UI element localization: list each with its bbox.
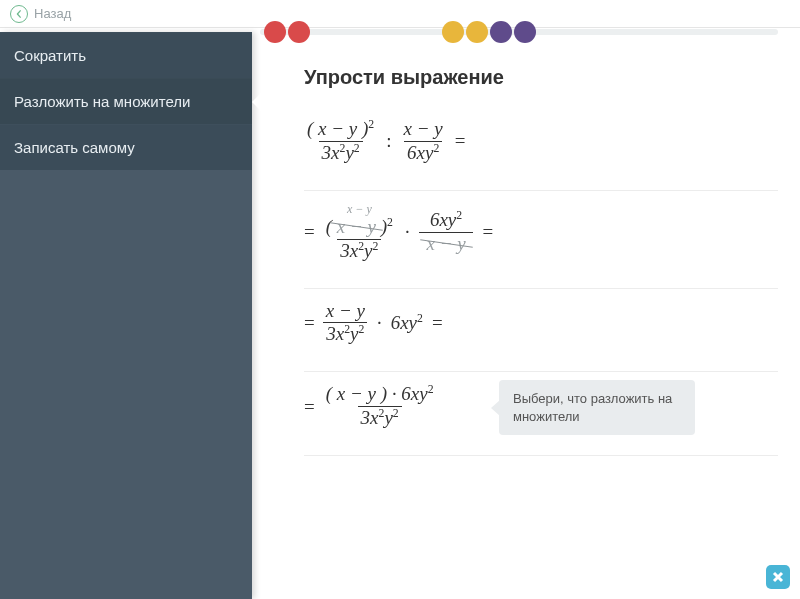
math-step[interactable]: = x − y ( x − y )2 3x2y2 · 6xy2 x − y = (304, 191, 778, 289)
selected-caret-icon (252, 92, 262, 112)
content-area: Упрости выражение ( x − y )2 3x2y2 : x −… (252, 28, 800, 599)
page-title: Упрости выражение (304, 66, 778, 89)
math-step[interactable]: = ( x − y ) · 6xy2 3x2y2 Выбери, что раз… (304, 372, 778, 456)
sidebar-item-reduce[interactable]: Сократить (0, 32, 252, 78)
sidebar-item-label: Сократить (14, 47, 86, 64)
progress-dot (490, 21, 512, 43)
cancel-annotation: x − y (347, 203, 372, 215)
progress-dot (288, 21, 310, 43)
math-expression: ( x − y )2 3x2y2 : x − y 6xy2 = (304, 119, 778, 164)
sidebar-item-label: Записать самому (14, 139, 135, 156)
math-expression: = x − y ( x − y )2 3x2y2 · 6xy2 x − y = (304, 203, 778, 262)
close-icon (771, 570, 785, 584)
progress-dot (264, 21, 286, 43)
progress-dot (442, 21, 464, 43)
math-step[interactable]: = x − y 3x2y2 · 6xy2 = (304, 289, 778, 373)
sidebar-fill (0, 170, 252, 599)
hint-tooltip: Выбери, что разложить на множители (499, 380, 695, 435)
math-expression: = ( x − y ) · 6xy2 3x2y2 (304, 384, 437, 429)
math-expression: = x − y 3x2y2 · 6xy2 = (304, 301, 778, 346)
math-step[interactable]: ( x − y )2 3x2y2 : x − y 6xy2 = (304, 107, 778, 191)
progress-dot (514, 21, 536, 43)
close-button[interactable] (766, 565, 790, 589)
progress-dot (466, 21, 488, 43)
sidebar-item-factorize[interactable]: Разложить на множители (0, 78, 252, 124)
sidebar-item-label: Разложить на множители (14, 93, 190, 110)
back-label: Назад (34, 6, 71, 21)
sidebar: Сократить Разложить на множители Записат… (0, 32, 252, 599)
sidebar-item-write-yourself[interactable]: Записать самому (0, 124, 252, 170)
